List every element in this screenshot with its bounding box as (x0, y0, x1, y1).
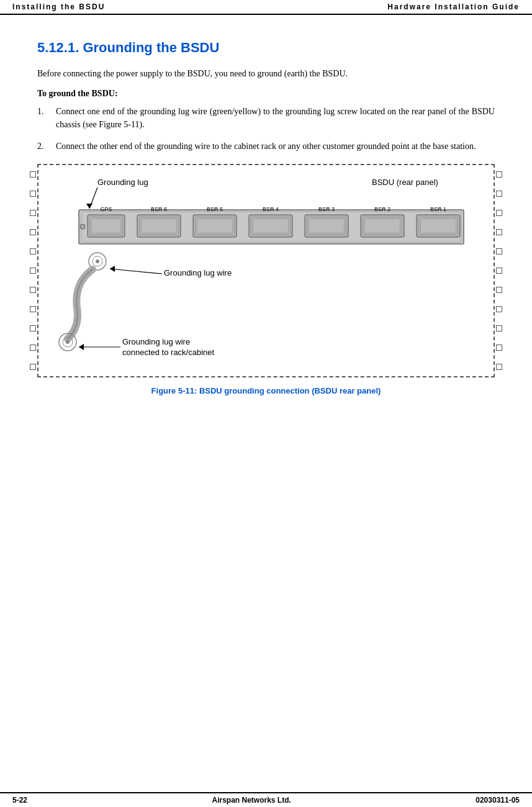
header-left-text: Installing the BSDU (12, 2, 105, 11)
tick-box (496, 325, 502, 331)
svg-marker-47 (79, 344, 84, 350)
svg-marker-2 (86, 204, 92, 209)
step-2: 2. Connect the other end of the groundin… (37, 140, 495, 153)
tick-box (496, 306, 502, 312)
svg-point-34 (80, 224, 85, 229)
step-1-num: 1. (37, 105, 56, 118)
intro-paragraph: Before connecting the power supply to th… (37, 67, 495, 80)
tick-box (30, 268, 36, 274)
tick-box (496, 210, 502, 216)
side-ticks-left (30, 165, 36, 376)
svg-text:BSR 5: BSR 5 (206, 206, 222, 212)
tick-box (30, 287, 36, 293)
tick-box (30, 306, 36, 312)
tick-box (30, 248, 36, 255)
tick-box (30, 345, 36, 351)
tick-box (30, 171, 36, 178)
footer-center: Airspan Networks Ltd. (212, 796, 291, 805)
step-1: 1. Connect one end of the grounding lug … (37, 105, 495, 131)
tick-box (496, 191, 502, 197)
svg-line-36 (110, 269, 162, 274)
svg-text:GPS: GPS (100, 206, 112, 212)
tick-box (496, 268, 502, 274)
svg-text:BSR 6: BSR 6 (150, 206, 166, 212)
svg-point-40 (96, 259, 99, 263)
tick-box (30, 364, 36, 370)
tick-box (30, 210, 36, 216)
figure-caption: Figure 5-11: BSDU grounding connection (… (37, 386, 495, 395)
svg-rect-29 (364, 219, 400, 233)
svg-text:BSR 1: BSR 1 (430, 206, 446, 212)
tick-box (30, 229, 36, 235)
tick-box (30, 325, 36, 331)
svg-text:BSDU (rear panel): BSDU (rear panel) (372, 178, 438, 187)
svg-rect-9 (91, 219, 121, 233)
figure-svg: Grounding lug BSDU (rear panel) GPS (55, 171, 477, 370)
svg-text:Grounding lug wire: Grounding lug wire (122, 337, 190, 346)
svg-marker-37 (110, 266, 115, 272)
svg-text:Grounding lug: Grounding lug (97, 178, 148, 187)
svg-point-43 (66, 340, 70, 344)
section-title: 5.12.1. Grounding the BSDU (37, 40, 495, 56)
svg-rect-13 (141, 219, 177, 233)
svg-rect-17 (197, 219, 233, 233)
step-2-num: 2. (37, 140, 56, 153)
procedure-heading: To ground the BSDU: (37, 89, 495, 99)
page-footer: 5-22 Airspan Networks Ltd. 02030311-05 (0, 792, 532, 807)
svg-rect-21 (253, 219, 289, 233)
tick-box (496, 287, 502, 293)
header-right-text: Hardware Installation Guide (387, 2, 520, 11)
tick-box (30, 191, 36, 197)
step-2-text: Connect the other end of the grounding w… (56, 140, 495, 153)
page-content: 5.12.1. Grounding the BSDU Before connec… (0, 15, 532, 410)
svg-text:BSR 2: BSR 2 (374, 206, 390, 212)
step-1-text: Connect one end of the grounding lug wir… (56, 105, 495, 131)
page-wrapper: Installing the BSDU Hardware Installatio… (0, 0, 532, 807)
svg-text:BSR 4: BSR 4 (262, 206, 278, 212)
side-ticks-right (496, 165, 502, 376)
tick-box (496, 345, 502, 351)
tick-box (496, 229, 502, 235)
tick-box (496, 171, 502, 178)
steps-list: 1. Connect one end of the grounding lug … (37, 105, 495, 153)
svg-rect-25 (309, 219, 345, 233)
figure-container: Grounding lug BSDU (rear panel) GPS (37, 164, 495, 377)
svg-rect-33 (420, 219, 456, 233)
footer-left: 5-22 (12, 796, 27, 805)
tick-box (496, 364, 502, 370)
figure-svg-wrap: Grounding lug BSDU (rear panel) GPS (45, 171, 487, 370)
svg-text:Grounding lug wire: Grounding lug wire (164, 268, 232, 277)
footer-right: 02030311-05 (476, 796, 520, 805)
page-header: Installing the BSDU Hardware Installatio… (0, 0, 532, 15)
svg-text:connected to rack/cabinet: connected to rack/cabinet (122, 348, 215, 357)
svg-text:BSR 3: BSR 3 (318, 206, 334, 212)
tick-box (496, 248, 502, 255)
